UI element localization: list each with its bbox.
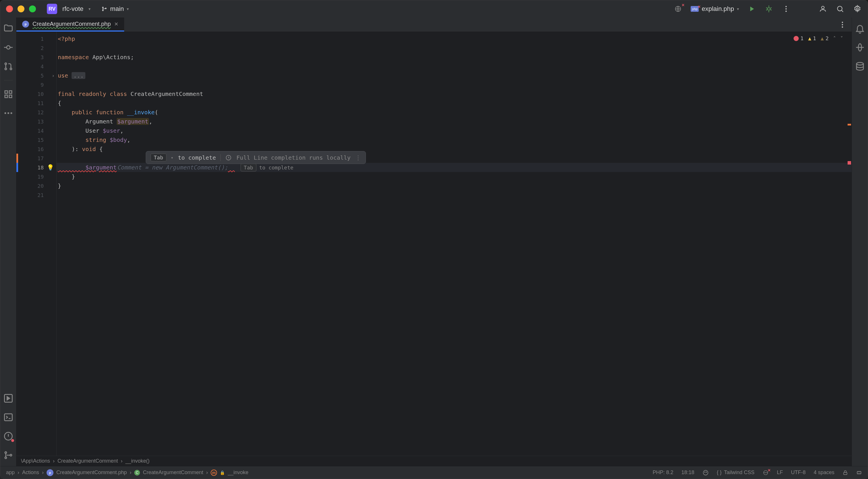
vcs-branch-selector[interactable]: main ▾	[101, 5, 129, 13]
close-window-button[interactable]	[6, 5, 13, 12]
hint-to-complete: to complete	[178, 154, 216, 161]
svg-rect-23	[4, 414, 12, 421]
pull-requests-tool-icon[interactable]	[3, 61, 13, 71]
line-number: 1	[40, 36, 44, 42]
search-button[interactable]	[836, 4, 845, 13]
code-with-me-button[interactable]	[818, 4, 828, 13]
indent-status[interactable]: 4 spaces	[814, 470, 834, 476]
code-token: class	[110, 91, 130, 97]
memory-indicator-icon[interactable]	[856, 470, 862, 476]
tailwind-status[interactable]: { }Tailwind CSS	[717, 470, 754, 476]
code-token: }	[58, 182, 61, 189]
run-button[interactable]	[747, 4, 756, 13]
prev-highlight-icon[interactable]: ˄	[833, 35, 836, 41]
nav-path-segment[interactable]: __invoke	[228, 470, 248, 476]
breadcrumb-class[interactable]: CreateArgumentComment	[58, 458, 118, 464]
line-number: 17	[37, 156, 44, 161]
project-name[interactable]: rfc-vote	[62, 5, 83, 13]
intention-bulb-icon[interactable]: 💡	[47, 164, 54, 171]
debug-button[interactable]	[764, 4, 773, 13]
code-token: ,	[120, 127, 124, 134]
svg-point-25	[5, 452, 7, 453]
stripe-error-mark[interactable]	[847, 161, 851, 165]
vcs-tool-icon[interactable]	[3, 450, 13, 460]
terminal-tool-icon[interactable]	[3, 412, 13, 422]
stop-listening-debug-icon[interactable]	[674, 4, 683, 13]
change-marker-icon[interactable]	[17, 153, 18, 163]
error-stripe[interactable]	[847, 32, 851, 456]
line-number: 19	[37, 174, 44, 180]
readonly-toggle-icon[interactable]	[842, 470, 848, 476]
method-icon: m	[211, 470, 217, 476]
debug-listen-status-icon[interactable]	[763, 470, 769, 476]
next-highlight-icon[interactable]: ˅	[840, 35, 843, 41]
maximize-window-button[interactable]	[29, 5, 36, 12]
branch-dropdown-icon: ▾	[127, 7, 129, 11]
nav-path-segment[interactable]: app	[6, 470, 15, 476]
weak-warning-count-badge[interactable]: ▲2	[820, 35, 829, 41]
minimize-window-button[interactable]	[18, 5, 25, 12]
tab-options-icon[interactable]	[838, 20, 847, 29]
warning-count-badge[interactable]: ▲1	[808, 35, 816, 41]
nav-path-segment[interactable]: CreateArgumentComment.php	[56, 470, 127, 476]
project-tool-icon[interactable]	[3, 23, 13, 34]
code-token: namespace	[58, 54, 92, 61]
close-tab-icon[interactable]: ✕	[114, 21, 118, 27]
status-bar: app › Actions › p CreateArgumentComment.…	[0, 466, 868, 479]
local-completion-icon	[225, 155, 232, 161]
svg-point-30	[842, 26, 843, 28]
inspection-summary[interactable]: 1 ▲1 ▲2 ˄ ˅	[791, 34, 846, 42]
svg-point-4	[767, 7, 770, 10]
cursor-position-status[interactable]: 18:18	[681, 470, 694, 476]
nav-path-segment[interactable]: CreateArgumentComment	[143, 470, 203, 476]
hint-text: to complete	[259, 165, 293, 171]
weak-warning-count: 2	[826, 35, 829, 41]
ai-assistant-tool-icon[interactable]	[855, 42, 865, 53]
commit-tool-icon[interactable]	[3, 42, 13, 53]
line-number: 16	[37, 146, 44, 152]
encoding-status[interactable]: UTF-8	[791, 470, 806, 476]
nav-path-segment[interactable]: Actions	[22, 470, 39, 476]
svg-rect-38	[857, 472, 861, 474]
hint-dropdown-icon[interactable]: ▾	[171, 156, 173, 160]
active-line-marker-icon	[17, 163, 18, 172]
project-dropdown-icon[interactable]: ▾	[89, 7, 91, 11]
structure-tool-icon[interactable]	[3, 89, 13, 99]
folded-region[interactable]: ...	[71, 72, 85, 79]
services-tool-icon[interactable]	[3, 393, 13, 404]
fold-expand-icon[interactable]: ›	[52, 73, 55, 78]
breadcrumb-namespace[interactable]: \App\Actions	[21, 458, 50, 464]
problems-tool-icon[interactable]	[3, 431, 13, 441]
file-tab-active[interactable]: p CreateArgumentComment.php ✕	[17, 18, 124, 32]
code-token: ,	[127, 136, 130, 143]
settings-button[interactable]	[853, 4, 862, 13]
code-area[interactable]: <?php namespace App\Actions; use ... fin…	[57, 32, 851, 456]
line-separator-status[interactable]: LF	[777, 470, 783, 476]
copilot-status-icon[interactable]	[703, 470, 709, 476]
code-token: __invoke	[127, 109, 155, 116]
line-number: 14	[37, 128, 44, 134]
more-tools-icon[interactable]	[3, 108, 13, 118]
error-count-badge[interactable]: 1	[794, 35, 804, 41]
code-token: User	[58, 127, 103, 134]
php-version-status[interactable]: PHP: 8.2	[653, 470, 674, 476]
line-number: 18	[37, 165, 44, 171]
branch-name: main	[110, 5, 124, 13]
hint-more-icon[interactable]: ⋮	[355, 154, 361, 161]
line-number: 10	[37, 91, 44, 97]
gutter[interactable]: 1 2 3 4 5› 9 10 11 12 13 14 15 16 17 💡18…	[17, 32, 57, 456]
breadcrumb-method[interactable]: __invoke()	[125, 458, 150, 464]
project-badge[interactable]: RV	[47, 4, 57, 14]
stripe-warning-mark[interactable]	[847, 124, 851, 126]
notifications-tool-icon[interactable]	[855, 23, 865, 34]
editor-body[interactable]: 1 2 3 4 5› 9 10 11 12 13 14 15 16 17 💡18…	[17, 32, 851, 456]
svg-point-14	[10, 68, 12, 70]
more-actions-button[interactable]	[781, 4, 791, 13]
run-configuration-selector[interactable]: php explain.php ▾	[691, 5, 739, 13]
database-tool-icon[interactable]	[855, 61, 865, 71]
line-number: 20	[37, 183, 44, 189]
code-token: {	[58, 100, 61, 107]
svg-rect-37	[843, 472, 847, 475]
svg-point-33	[703, 470, 708, 475]
code-token: (	[155, 109, 158, 116]
